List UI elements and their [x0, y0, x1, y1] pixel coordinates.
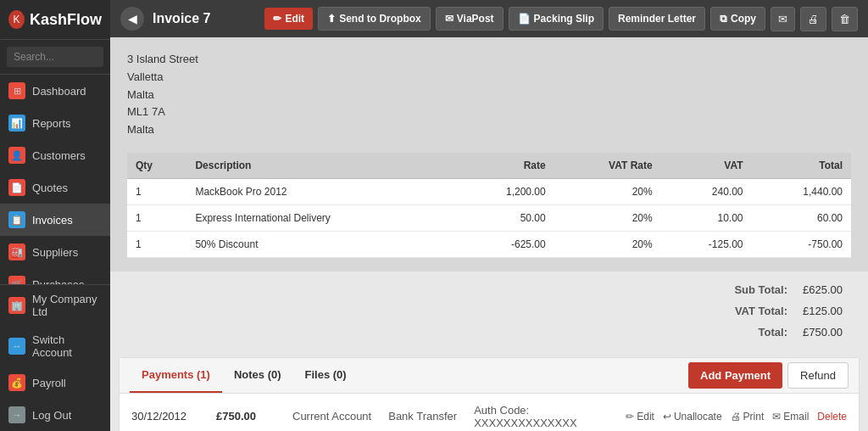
topbar: ◀ Invoice 7 ✏ Edit ⬆ Send to Dropbox ✉ V… [110, 0, 868, 37]
address-street: 3 Island Street [127, 51, 851, 69]
row1-desc: MackBook Pro 2012 [186, 178, 454, 204]
row1-qty: 1 [127, 178, 186, 204]
logo-icon: K [8, 10, 25, 29]
sidebar-label-logout: Log Out [32, 409, 71, 422]
payment-print-link[interactable]: 🖨 Print [731, 411, 765, 423]
sidebar-item-switchaccount[interactable]: ↔ Switch Account [0, 326, 110, 367]
col-vat: VAT [661, 153, 752, 179]
refund-button[interactable]: Refund [787, 362, 849, 389]
search-input[interactable] [7, 47, 103, 67]
reminder-letter-button[interactable]: Reminder Letter [609, 7, 705, 31]
mycompany-icon: 🏢 [8, 297, 25, 314]
send-to-dropbox-button[interactable]: ⬆ Send to Dropbox [318, 7, 431, 31]
row3-total: -750.00 [752, 231, 851, 257]
payment-amount: £750.00 [216, 410, 275, 423]
sidebar-item-payroll[interactable]: 💰 Payroll [0, 367, 110, 399]
sidebar-label-invoices: Invoices [32, 214, 73, 227]
col-total: Total [752, 153, 851, 179]
invoices-icon: 📋 [8, 211, 25, 228]
packing-slip-button[interactable]: 📄 Packing Slip [509, 7, 604, 31]
row2-desc: Express International Delivery [186, 204, 454, 231]
sidebar-label-customers: Customers [32, 149, 86, 162]
totals-section: Sub Total: £625.00 VAT Total: £125.00 To… [110, 271, 868, 357]
app-logo: K KashFlow [0, 0, 110, 40]
purchases-icon: 🛒 [8, 276, 25, 284]
col-qty: Qty [127, 153, 186, 179]
row2-vat-rate: 20% [554, 204, 661, 231]
back-button[interactable]: ◀ [120, 7, 144, 31]
invoice-table: Qty Description Rate VAT Rate VAT Total … [127, 153, 851, 258]
invoice-area: 3 Island Street Valletta Malta ML1 7A Ma… [110, 37, 868, 271]
row1-vat: 240.00 [661, 178, 752, 204]
email-button[interactable]: ✉ [771, 7, 795, 31]
unallocate-icon: ↩ [663, 411, 671, 423]
row1-total: 1,440.00 [752, 178, 851, 204]
vat-total-label: VAT Total: [727, 301, 794, 321]
tab-payments[interactable]: Payments (1) [130, 358, 222, 393]
row3-vat: -125.00 [661, 231, 752, 257]
col-rate: Rate [454, 153, 554, 179]
edit-icon: ✏ [273, 13, 281, 25]
total-label: Total: [727, 322, 794, 342]
row2-qty: 1 [127, 204, 186, 231]
sub-total-row: Sub Total: £625.00 [727, 280, 849, 299]
sidebar-item-suppliers[interactable]: 🏭 Suppliers [0, 236, 110, 268]
payments-tabs: Payments (1) Notes (0) Files (0) Add Pay… [120, 358, 859, 394]
sidebar-label-dashboard: Dashboard [32, 85, 86, 98]
sub-total-value: £625.00 [796, 280, 849, 299]
address-region: Malta [127, 87, 851, 104]
payment-date: 30/12/2012 [131, 410, 199, 423]
delete-button[interactable]: 🗑 [832, 7, 858, 31]
viapost-button[interactable]: ✉ ViaPost [436, 7, 504, 31]
back-icon: ◀ [128, 12, 137, 25]
sidebar-label-purchases: Purchases [32, 278, 84, 285]
tab-files[interactable]: Files (0) [293, 358, 359, 393]
row3-vat-rate: 20% [554, 231, 661, 257]
sidebar-label-suppliers: Suppliers [32, 246, 78, 259]
payment-type: Current Account [292, 410, 371, 423]
viapost-icon: ✉ [445, 13, 453, 25]
address-postcode: ML1 7A [127, 104, 851, 121]
sidebar-label-quotes: Quotes [32, 182, 68, 194]
add-payment-button[interactable]: Add Payment [688, 362, 782, 389]
dashboard-icon: ⊞ [8, 82, 25, 99]
suppliers-icon: 🏭 [8, 243, 25, 260]
sidebar-item-customers[interactable]: 👤 Customers [0, 139, 110, 171]
quotes-icon: 📄 [8, 179, 25, 196]
sidebar-label-payroll: Payroll [32, 377, 66, 389]
row2-rate: 50.00 [454, 204, 554, 231]
edit-button[interactable]: ✏ Edit [264, 8, 313, 30]
sidebar-item-mycompany[interactable]: 🏢 My Company Ltd [0, 285, 110, 326]
email-icon: ✉ [772, 411, 781, 423]
row1-vat-rate: 20% [554, 178, 661, 204]
sidebar-item-reports[interactable]: 📊 Reports [0, 107, 110, 139]
sidebar-item-dashboard[interactable]: ⊞ Dashboard [0, 75, 110, 107]
col-vat-rate: VAT Rate [554, 153, 661, 179]
search-container [0, 40, 110, 75]
vat-total-row: VAT Total: £125.00 [727, 301, 849, 321]
content-area: 3 Island Street Valletta Malta ML1 7A Ma… [110, 37, 868, 431]
tab-notes[interactable]: Notes (0) [222, 358, 293, 393]
payment-unallocate-link[interactable]: ↩ Unallocate [663, 411, 722, 423]
table-row: 1 MackBook Pro 2012 1,200.00 20% 240.00 … [127, 178, 851, 204]
sidebar-item-purchases[interactable]: 🛒 Purchases [0, 268, 110, 284]
sidebar-item-invoices[interactable]: 📋 Invoices [0, 204, 110, 236]
print-button[interactable]: 🖨 [800, 7, 826, 31]
sidebar-label-switchaccount: Switch Account [32, 333, 102, 359]
payroll-icon: 💰 [8, 374, 25, 391]
payment-email-link[interactable]: ✉ Email [772, 411, 809, 423]
copy-button[interactable]: ⧉ Copy [710, 7, 765, 31]
sidebar-item-logout[interactable]: → Log Out [0, 399, 110, 431]
main-content: ◀ Invoice 7 ✏ Edit ⬆ Send to Dropbox ✉ V… [110, 0, 868, 431]
row2-vat: 10.00 [661, 204, 752, 231]
table-row: 1 50% Discount -625.00 20% -125.00 -750.… [127, 231, 851, 257]
payment-delete-link[interactable]: Delete [817, 411, 847, 423]
row3-qty: 1 [127, 231, 186, 257]
payment-edit-link[interactable]: ✏ Edit [626, 411, 654, 423]
page-title: Invoice 7 [153, 11, 264, 26]
sidebar-nav: ⊞ Dashboard 📊 Reports 👤 Customers 📄 Quot… [0, 75, 110, 284]
row1-rate: 1,200.00 [454, 178, 554, 204]
pencil-icon: ✏ [626, 411, 634, 423]
sidebar-item-quotes[interactable]: 📄 Quotes [0, 171, 110, 204]
sidebar-label-mycompany: My Company Ltd [32, 293, 102, 318]
